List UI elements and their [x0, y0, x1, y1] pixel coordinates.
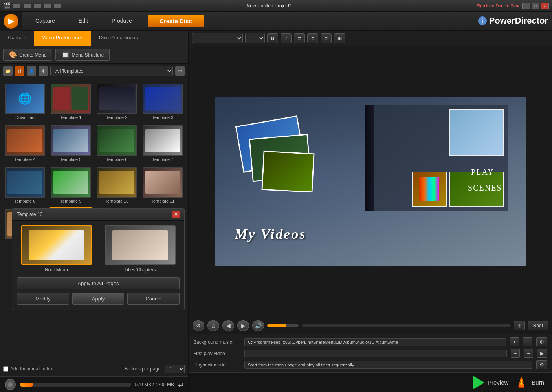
return-button[interactable]: ↺	[193, 320, 204, 331]
preview-button[interactable]: Preview	[473, 376, 508, 390]
window-icon-1[interactable]	[13, 4, 20, 8]
modal-root-thumb-inner	[22, 226, 91, 264]
template-thumb-t8	[5, 167, 45, 198]
modal-close-button[interactable]: ✕	[172, 211, 180, 218]
preview-disc-title: My Videos	[235, 226, 306, 242]
template-thumb-t11	[143, 167, 183, 198]
template-label-t2: Template 2	[106, 115, 128, 120]
volume-slider[interactable]	[267, 324, 299, 327]
window-icon-5[interactable]	[54, 4, 61, 8]
thumbnail-index-label[interactable]: Add thumbnail index	[3, 366, 53, 372]
first-play-input[interactable]	[244, 350, 507, 357]
modal-root-menu-preview: Root Menu	[17, 225, 96, 273]
burn-button[interactable]: Burn	[514, 376, 544, 390]
preview-toolbar: B I ≡ ≡ ≡ ⊞	[189, 31, 552, 46]
align-left-button[interactable]: ≡	[294, 33, 305, 43]
apply-to-all-button[interactable]: Apply to All Pages	[17, 277, 180, 289]
modify-button[interactable]: Modify	[17, 293, 69, 305]
window-icon-3[interactable]	[34, 4, 41, 8]
align-center-button[interactable]: ≡	[307, 33, 318, 43]
root-button[interactable]: Root	[528, 321, 548, 330]
template-item-download[interactable]: 🌐 Download	[3, 82, 47, 121]
sign-in-link[interactable]: Sign in to DirectorZone	[477, 4, 521, 8]
produce-menu[interactable]: Produce	[100, 11, 144, 30]
modal-root-thumb[interactable]	[21, 225, 92, 265]
cancel-button[interactable]: Cancel	[127, 293, 180, 305]
disc-progress-fill	[20, 383, 33, 387]
format-select[interactable]	[192, 33, 243, 43]
preview-play-icon	[473, 376, 484, 390]
playback-mode-label: Playback mode:	[193, 362, 240, 368]
menu-structure-button[interactable]: 🔲 Menu Structure	[55, 49, 110, 61]
first-play-add-button[interactable]: +	[511, 349, 520, 358]
template-item-t7[interactable]: Template 7	[141, 124, 185, 163]
title-bar: 🎬 New Untitled Project* Sign in to Direc…	[0, 0, 552, 12]
buttons-per-page-select[interactable]: 1 2 4	[165, 365, 185, 373]
modal-titles-thumb-inner	[106, 226, 175, 264]
template-item-t1[interactable]: Template 1	[49, 82, 93, 121]
bg-music-remove-button[interactable]: −	[523, 337, 532, 346]
volume-button[interactable]: 🔊	[252, 320, 264, 331]
tab-content[interactable]: Content	[0, 31, 34, 46]
prev-button[interactable]: ◀	[222, 320, 234, 331]
scissors-icon[interactable]: ✂	[175, 66, 185, 76]
window-icon-2[interactable]	[24, 4, 31, 8]
modal-titles-thumb[interactable]	[105, 225, 176, 265]
template-item-t2[interactable]: Template 2	[95, 82, 139, 121]
photo-right-1	[449, 109, 504, 156]
italic-button[interactable]: I	[281, 33, 292, 43]
template-label-t11: Template 11	[151, 199, 175, 203]
minimize-button[interactable]: —	[522, 3, 530, 9]
size-select[interactable]	[245, 33, 265, 43]
template-filter-select[interactable]: All Templates	[50, 66, 173, 76]
align-right-button[interactable]: ≡	[321, 33, 332, 43]
capture-menu[interactable]: Capture	[24, 11, 67, 30]
window-icon-4[interactable]	[44, 4, 51, 8]
create-menu-button[interactable]: 🎨 Create Menu	[3, 49, 52, 61]
bold-button[interactable]: B	[267, 33, 278, 43]
template-item-t4[interactable]: Template 4	[3, 124, 47, 163]
playback-mode-row: Playback mode: ⚙	[193, 360, 547, 369]
time-track[interactable]	[302, 324, 511, 327]
template-item-t3[interactable]: Template 3	[141, 82, 185, 121]
bg-music-settings-button[interactable]: ⚙	[536, 337, 547, 346]
disc-bar: 570 MB / 4700 MB ⇄	[0, 376, 188, 392]
view-mode-button[interactable]: ⊞	[514, 321, 525, 330]
playback-mode-input[interactable]	[244, 361, 532, 369]
folder-icon[interactable]: 📁	[3, 66, 13, 76]
template-item-t10[interactable]: Template 10	[95, 166, 139, 205]
swap-icon[interactable]: ⇄	[178, 381, 183, 388]
close-button[interactable]: ✕	[541, 3, 549, 9]
maximize-button[interactable]: □	[532, 3, 539, 9]
background-music-input[interactable]	[244, 338, 506, 346]
thumbnail-index-checkbox[interactable]	[3, 366, 8, 372]
tab-disc-preferences[interactable]: Disc Preferences	[91, 31, 146, 46]
edit-menu[interactable]: Edit	[67, 11, 100, 30]
bottom-controls: Add thumbnail index Buttons per page: 1 …	[0, 361, 188, 376]
modal-header: Template 13 ✕	[12, 209, 184, 221]
create-disc-button[interactable]: Create Disc	[148, 15, 204, 27]
template-label-t7: Template 7	[152, 157, 174, 162]
first-play-label: First play video:	[193, 351, 240, 356]
template-item-t11[interactable]: Template 11	[141, 166, 185, 205]
template-label-t10: Template 10	[105, 199, 129, 203]
playback-mode-settings-button[interactable]: ⚙	[536, 360, 547, 369]
template-item-t8[interactable]: Template 8	[3, 166, 47, 205]
template-label-t4: Template 4	[15, 157, 36, 162]
first-play-play-button[interactable]: ▶	[537, 349, 547, 358]
user-icon[interactable]: 👤	[27, 66, 36, 76]
info-icon: i	[478, 16, 487, 25]
bg-music-add-button[interactable]: +	[510, 337, 519, 346]
download-filter-icon[interactable]: ⬇	[39, 66, 48, 76]
home-button[interactable]: ⌂	[207, 320, 219, 331]
tag-icon[interactable]: d	[15, 66, 24, 76]
next-button[interactable]: ▶	[237, 320, 249, 331]
grid-button[interactable]: ⊞	[334, 33, 345, 43]
template-item-t9[interactable]: Template 9	[49, 166, 93, 205]
template-item-t5[interactable]: Template 5	[49, 124, 93, 163]
apply-button[interactable]: Apply	[72, 293, 125, 305]
template-item-t6[interactable]: Template 6	[95, 124, 139, 163]
tab-menu-preferences[interactable]: Menu Preferences	[34, 31, 91, 46]
window-title: New Untitled Project*	[61, 3, 477, 9]
first-play-remove-button[interactable]: −	[524, 349, 533, 358]
